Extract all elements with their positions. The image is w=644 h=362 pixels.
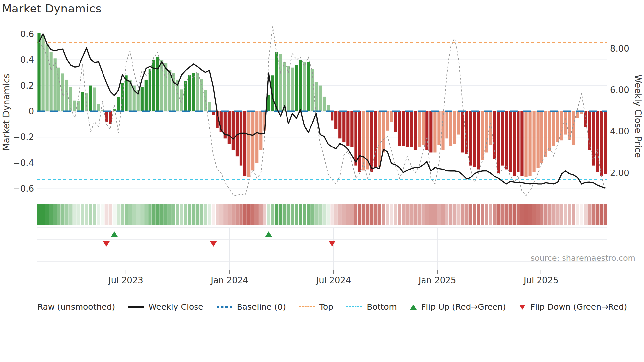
oscillator-bar xyxy=(520,111,523,176)
oscillator-bar xyxy=(564,111,567,135)
heatmap-cell xyxy=(426,204,429,225)
heatmap-cell xyxy=(540,204,543,225)
heatmap-cell xyxy=(453,204,456,225)
oscillator-bar xyxy=(524,111,527,177)
market-dynamics-page: 0.60.40.20−0.2−0.4−0.68.006.004.002.00Ju… xyxy=(0,0,644,362)
oscillator-bar xyxy=(429,111,432,152)
oscillator-bar xyxy=(346,111,349,146)
heatmap-cell xyxy=(136,204,140,225)
heatmap-cell xyxy=(227,204,231,225)
oscillator-bar xyxy=(517,111,519,172)
heatmap-cell xyxy=(600,204,603,225)
heatmap-cell xyxy=(156,204,159,225)
legend-item-solid-black: Weekly Close xyxy=(128,302,203,312)
heatmap-cell xyxy=(524,204,528,225)
heatmap-cell xyxy=(117,204,120,225)
heatmap-cell xyxy=(572,204,575,225)
oscillator-bar xyxy=(323,97,326,111)
oscillator-bar xyxy=(287,66,290,111)
heatmap-cell xyxy=(310,204,314,225)
oscillator-bar xyxy=(485,111,488,152)
page-title: Market Dynamics xyxy=(2,2,102,15)
oscillator-bar xyxy=(410,111,413,147)
heatmap-cell xyxy=(548,204,551,225)
heatmap-cell xyxy=(77,204,80,225)
oscillator-bar xyxy=(156,57,159,111)
oscillator-bar xyxy=(311,69,314,111)
heatmap-cell xyxy=(180,204,183,225)
oscillator-bar xyxy=(232,111,235,150)
oscillator-bar xyxy=(501,111,504,166)
y-tick-label-right: 8.00 xyxy=(610,44,629,54)
heatmap-cell xyxy=(223,204,227,225)
dot-orange-swatch-icon xyxy=(299,306,315,307)
heatmap-cell xyxy=(496,204,500,225)
oscillator-bar xyxy=(540,111,543,163)
heatmap-cell xyxy=(212,204,215,225)
oscillator-bar xyxy=(228,111,231,144)
heatmap-cell xyxy=(184,204,187,225)
oscillator-bar xyxy=(544,111,547,157)
dash-gray-swatch-icon xyxy=(17,307,33,307)
oscillator-bar xyxy=(331,111,334,120)
heatmap-cell xyxy=(461,204,464,225)
heatmap-cell xyxy=(152,204,155,225)
heatmap-cell xyxy=(477,204,480,225)
legend-label: Weekly Close xyxy=(149,302,203,312)
y-tick-label-left: −0.6 xyxy=(13,184,34,193)
heatmap-cell xyxy=(358,204,361,225)
heatmap-cell xyxy=(481,204,484,225)
heatmap-cell xyxy=(556,204,559,225)
oscillator-bar xyxy=(89,86,92,111)
heatmap-cell xyxy=(382,204,385,225)
heatmap-cell xyxy=(520,204,524,225)
y-tick-label-left: 0 xyxy=(28,106,34,116)
heatmap-cell xyxy=(330,204,334,225)
right-axis-title: Weekly Close Price xyxy=(633,74,643,159)
heatmap-cell xyxy=(235,204,239,225)
solid-black-swatch-icon xyxy=(128,306,144,308)
heatmap-cell xyxy=(239,204,242,225)
heatmap-cell xyxy=(584,204,587,225)
oscillator-bar xyxy=(73,101,76,111)
heatmap-cell xyxy=(314,204,318,225)
oscillator-bar xyxy=(465,111,468,154)
oscillator-bar xyxy=(200,79,203,111)
heatmap-cell xyxy=(560,204,563,225)
heatmap-cell xyxy=(45,204,49,225)
oscillator-bar xyxy=(437,111,440,145)
heatmap-cell xyxy=(449,204,452,225)
oscillator-bar xyxy=(390,111,393,122)
oscillator-bar xyxy=(414,111,417,150)
heatmap-cell xyxy=(263,204,266,225)
heatmap-cell xyxy=(354,204,357,225)
oscillator-bar xyxy=(445,111,448,138)
heatmap-cell xyxy=(188,204,191,225)
heatmap-cell xyxy=(299,204,302,225)
oscillator-bar xyxy=(528,111,531,176)
heatmap-cell xyxy=(338,204,341,225)
heatmap-cell xyxy=(405,204,409,225)
heatmap-cell xyxy=(402,204,405,225)
oscillator-bar xyxy=(600,111,603,176)
heatmap-cell xyxy=(417,204,421,225)
oscillator-bar xyxy=(192,73,195,111)
oscillator-bar xyxy=(283,62,286,111)
heatmap-cell xyxy=(346,204,350,225)
heatmap-cell xyxy=(283,204,286,225)
heatmap-cell xyxy=(105,204,108,225)
x-tick-label: Jan 2025 xyxy=(418,275,456,285)
oscillator-bar xyxy=(145,80,148,111)
heatmap-cell xyxy=(564,204,567,225)
oscillator-bar xyxy=(374,111,377,168)
heatmap-cell xyxy=(588,204,591,225)
oscillator-bar xyxy=(533,111,536,172)
heatmap-cell xyxy=(109,204,112,225)
heatmap-cell xyxy=(53,204,57,225)
oscillator-bar xyxy=(342,111,345,142)
y-tick-label-left: 0.2 xyxy=(20,81,34,91)
heatmap-cell xyxy=(457,204,460,225)
oscillator-bar xyxy=(109,111,112,124)
oscillator-bar xyxy=(497,111,500,173)
heatmap-cell xyxy=(160,204,163,225)
